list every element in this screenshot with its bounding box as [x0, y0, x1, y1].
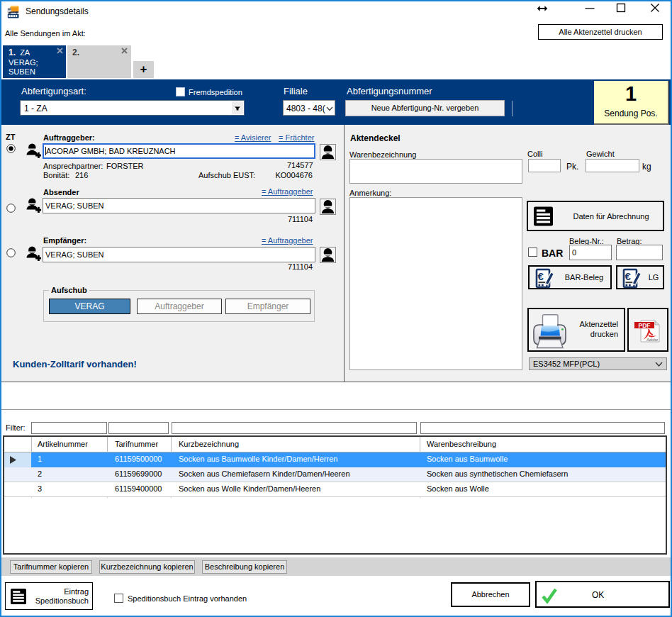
svg-text:€: €	[625, 270, 632, 282]
svg-text:€: €	[538, 270, 544, 282]
svg-text:Adobe: Adobe	[646, 338, 658, 342]
svg-text:PDF: PDF	[639, 322, 651, 329]
